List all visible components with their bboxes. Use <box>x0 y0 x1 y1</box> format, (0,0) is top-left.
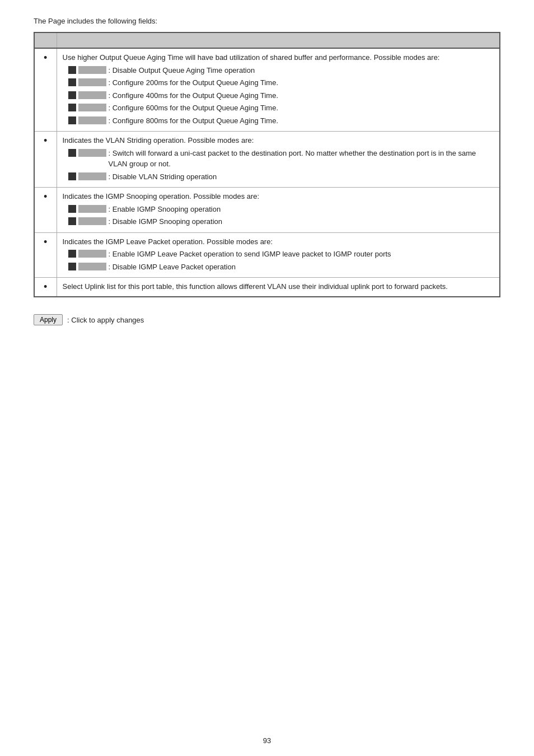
sub-text: : Disable VLAN Striding operation <box>109 171 217 183</box>
sub-chip <box>78 66 106 74</box>
sub-icon <box>68 250 76 258</box>
table-row: • Indicates the IGMP Snooping operation.… <box>34 188 500 233</box>
sub-text: : Configure 400ms for the Output Queue A… <box>109 90 279 101</box>
desc-cell: Indicates the VLAN Striding operation. P… <box>57 132 500 188</box>
bullet-cell: • <box>34 188 57 233</box>
sub-chip <box>78 250 106 258</box>
sub-text: : Enable IGMP Snooping operation <box>109 204 221 215</box>
sub-icon <box>68 104 76 111</box>
sub-item: : Disable VLAN Striding operation <box>68 171 494 183</box>
page-number: 93 <box>263 736 271 745</box>
bullet-cell: • <box>34 232 57 278</box>
sub-text: : Disable IGMP Leave Packet operation <box>109 262 236 273</box>
sub-chip <box>78 263 106 270</box>
sub-text: : Disable IGMP Snooping operation <box>109 216 223 227</box>
sub-chip <box>78 149 106 157</box>
desc-cell: Indicates the IGMP Leave Packet operatio… <box>57 232 500 278</box>
sub-item: : Enable IGMP Leave Packet operation to … <box>68 249 494 260</box>
sub-text: : Configure 600ms for the Output Queue A… <box>109 102 279 114</box>
sub-icon <box>68 78 76 86</box>
sub-text: : Configure 200ms for the Output Queue A… <box>109 77 279 88</box>
row-main-text: Indicates the VLAN Striding operation. P… <box>63 135 494 146</box>
sub-item: : Configure 800ms for the Output Queue A… <box>68 115 494 127</box>
sub-item: : Disable Output Queue Aging Time operat… <box>68 65 494 76</box>
sub-text: : Enable IGMP Leave Packet operation to … <box>109 249 391 260</box>
sub-chip <box>78 91 106 99</box>
sub-icon <box>68 172 76 180</box>
sub-item: : Enable IGMP Snooping operation <box>68 204 494 215</box>
sub-icon <box>68 91 76 99</box>
bullet-cell: • <box>34 278 57 297</box>
intro-text: The Page includes the following fields: <box>34 17 500 25</box>
sub-icon <box>68 217 76 225</box>
sub-icon <box>68 116 76 124</box>
apply-description: : Click to apply changes <box>67 316 144 324</box>
row-main-text: Use higher Output Queue Aging Time will … <box>63 52 494 63</box>
sub-icon <box>68 149 76 157</box>
sub-chip <box>78 172 106 180</box>
table-row: • Indicates the VLAN Striding operation.… <box>34 132 500 188</box>
table-header-row <box>34 32 500 48</box>
sub-chip <box>78 104 106 111</box>
sub-icon <box>68 263 76 270</box>
sub-item: : Configure 200ms for the Output Queue A… <box>68 77 494 88</box>
sub-text: : Disable Output Queue Aging Time operat… <box>109 65 255 76</box>
row-main-text: Select Uplink list for this port table, … <box>63 281 494 292</box>
sub-chip <box>78 205 106 213</box>
fields-table: • Use higher Output Queue Aging Time wil… <box>34 32 500 297</box>
desc-cell: Indicates the IGMP Snooping operation. P… <box>57 188 500 233</box>
sub-icon <box>68 205 76 213</box>
sub-icon <box>68 66 76 74</box>
header-col1 <box>34 32 57 48</box>
sub-item: : Disable IGMP Snooping operation <box>68 216 494 227</box>
sub-item: : Disable IGMP Leave Packet operation <box>68 262 494 273</box>
sub-chip <box>78 78 106 86</box>
sub-item: : Configure 400ms for the Output Queue A… <box>68 90 494 101</box>
bullet-cell: • <box>34 48 57 132</box>
sub-item: : Switch will forward a uni-cast packet … <box>68 148 494 170</box>
apply-section: Apply : Click to apply changes <box>34 314 500 325</box>
desc-cell: Use higher Output Queue Aging Time will … <box>57 48 500 132</box>
row-main-text: Indicates the IGMP Leave Packet operatio… <box>63 236 494 248</box>
sub-text: : Switch will forward a uni-cast packet … <box>109 148 494 170</box>
sub-item: : Configure 600ms for the Output Queue A… <box>68 102 494 114</box>
sub-text: : Configure 800ms for the Output Queue A… <box>109 115 279 127</box>
desc-cell: Select Uplink list for this port table, … <box>57 278 500 297</box>
bullet-cell: • <box>34 132 57 188</box>
row-main-text: Indicates the IGMP Snooping operation. P… <box>63 191 494 202</box>
sub-chip <box>78 217 106 225</box>
table-row: • Use higher Output Queue Aging Time wil… <box>34 48 500 132</box>
apply-button[interactable]: Apply <box>34 314 63 325</box>
table-row: • Select Uplink list for this port table… <box>34 278 500 297</box>
table-row: • Indicates the IGMP Leave Packet operat… <box>34 232 500 278</box>
header-col2 <box>57 32 500 48</box>
sub-chip <box>78 116 106 124</box>
